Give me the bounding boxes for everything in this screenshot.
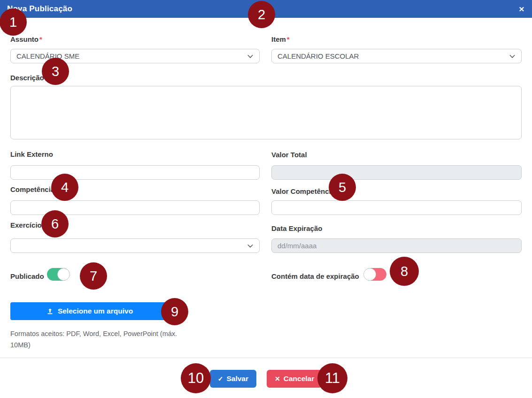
upload-help-text: Formatos aceitos: PDF, Word, Excel, Powe… <box>10 329 180 351</box>
select-file-button-label: Selecione um arquivo <box>58 307 133 315</box>
exercicio-select[interactable] <box>10 238 260 253</box>
annotation-badge-1: 1 <box>0 8 27 36</box>
descricao-textarea[interactable] <box>10 86 522 139</box>
footer-actions: ✓ Salvar ✕ Cancelar <box>0 370 532 388</box>
footer-divider <box>0 358 532 358</box>
item-label: Item* <box>271 35 290 43</box>
upload-icon <box>46 307 54 315</box>
cancel-button-label: Cancelar <box>284 375 314 383</box>
annotation-badge-10: 10 <box>181 363 211 393</box>
save-button-label: Salvar <box>226 375 248 383</box>
link-externo-input[interactable] <box>10 165 260 180</box>
required-asterisk: * <box>39 35 42 43</box>
item-select-value: CALENDÁRIO ESCOLAR <box>278 52 509 60</box>
annotation-badge-5: 5 <box>329 174 356 201</box>
valor-competencia-label: Valor Competência <box>271 187 335 195</box>
select-file-button[interactable]: Selecione um arquivo <box>10 302 169 320</box>
valor-competencia-input[interactable] <box>271 200 522 215</box>
toggle-knob <box>363 268 376 281</box>
annotation-badge-2: 2 <box>248 1 275 28</box>
data-expiracao-input <box>271 238 522 253</box>
publicado-label: Publicado <box>10 272 44 280</box>
annotation-badge-11: 11 <box>317 363 347 393</box>
close-icon[interactable]: ✕ <box>518 6 524 13</box>
link-externo-label: Link Externo <box>10 150 53 158</box>
data-expiracao-label: Data Expiração <box>271 224 322 232</box>
contem-data-expiracao-toggle[interactable] <box>364 268 386 281</box>
annotation-badge-4: 4 <box>51 174 78 201</box>
item-select[interactable]: CALENDÁRIO ESCOLAR <box>271 49 522 63</box>
annotation-badge-3: 3 <box>42 58 69 85</box>
contem-data-expiracao-label: Contém data de expiração <box>271 272 359 280</box>
chevron-down-icon <box>247 53 254 60</box>
annotation-badge-7: 7 <box>80 262 107 290</box>
toggle-knob <box>57 268 70 281</box>
valor-total-label: Valor Total <box>271 151 307 159</box>
required-asterisk: * <box>287 35 290 43</box>
annotation-badge-9: 9 <box>161 298 188 325</box>
publicado-toggle[interactable] <box>47 268 69 281</box>
nova-publicacao-modal: Nova Publicação ✕ Assunto* CALENDÁRIO SM… <box>0 0 532 398</box>
valor-total-input <box>271 165 522 180</box>
cancel-button[interactable]: ✕ Cancelar <box>267 370 322 388</box>
annotation-badge-6: 6 <box>41 210 69 237</box>
x-icon: ✕ <box>275 375 280 382</box>
annotation-badge-8: 8 <box>390 257 419 286</box>
chevron-down-icon <box>509 53 516 60</box>
check-icon: ✓ <box>218 375 224 382</box>
exercicio-label: Exercício* <box>10 221 46 229</box>
assunto-label: Assunto* <box>10 35 42 43</box>
chevron-down-icon <box>247 243 254 249</box>
save-button[interactable]: ✓ Salvar <box>210 370 256 388</box>
